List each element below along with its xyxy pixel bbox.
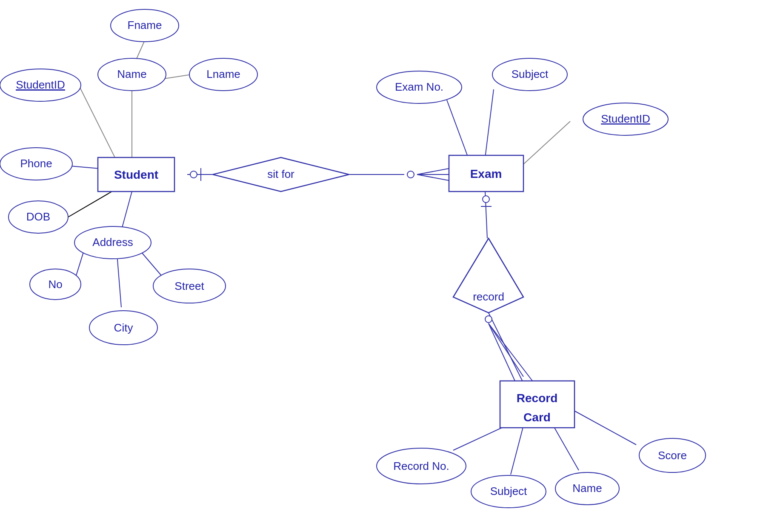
fname-to-name-line [136, 40, 145, 60]
recordcard-entity-label2: Card [523, 411, 551, 424]
lname-label: Lname [206, 68, 240, 80]
exam-entity-label: Exam [470, 167, 502, 180]
crow-bot [417, 174, 451, 181]
crow-top [417, 168, 451, 174]
subject2-label: Subject [490, 485, 527, 498]
er-diagram: Student Exam Record Card sit for record … [0, 0, 766, 532]
recordcard-to-name2-line [553, 426, 579, 470]
student-entity-label: Student [114, 168, 158, 181]
address-label: Address [92, 236, 133, 249]
subject1-to-exam-line [485, 89, 494, 157]
name2-label: Name [572, 482, 602, 495]
lname-to-name-line [164, 74, 192, 79]
studentid1-label: StudentID [16, 78, 65, 91]
sitfor-label: sit for [267, 168, 294, 180]
city-label: City [114, 321, 133, 334]
name-label: Name [117, 68, 146, 80]
recordno-label: Record No. [393, 460, 449, 472]
dob-label: DOB [26, 210, 50, 223]
fname-label: Fname [128, 19, 162, 31]
examno-to-exam-line [447, 100, 468, 157]
phone-label: Phone [20, 157, 52, 170]
crow-record-2 [489, 323, 523, 377]
studentid1-to-student-line [79, 85, 119, 166]
many-circle-right [407, 171, 414, 178]
address-to-city-line [117, 255, 121, 307]
no-label: No [48, 278, 62, 291]
crow-record-3 [489, 323, 534, 383]
one-circle-exam-bottom [483, 196, 489, 203]
recordcard-to-subject2-line [511, 426, 523, 475]
score-label: Score [658, 449, 687, 462]
one-circle-left [190, 171, 197, 178]
studentid2-label: StudentID [601, 112, 650, 125]
recordcard-to-score-line [570, 409, 636, 445]
record-to-recordcard-line [489, 313, 523, 383]
examno-label: Exam No. [395, 80, 443, 93]
recordcard-to-recordno-line [453, 426, 506, 450]
record-label: record [473, 290, 504, 303]
many-circle-record-bottom [485, 316, 492, 323]
recordcard-entity-label1: Record [517, 392, 557, 405]
street-label: Street [174, 280, 204, 292]
subject1-label: Subject [512, 68, 549, 80]
studentid2-to-exam-line [519, 121, 570, 168]
